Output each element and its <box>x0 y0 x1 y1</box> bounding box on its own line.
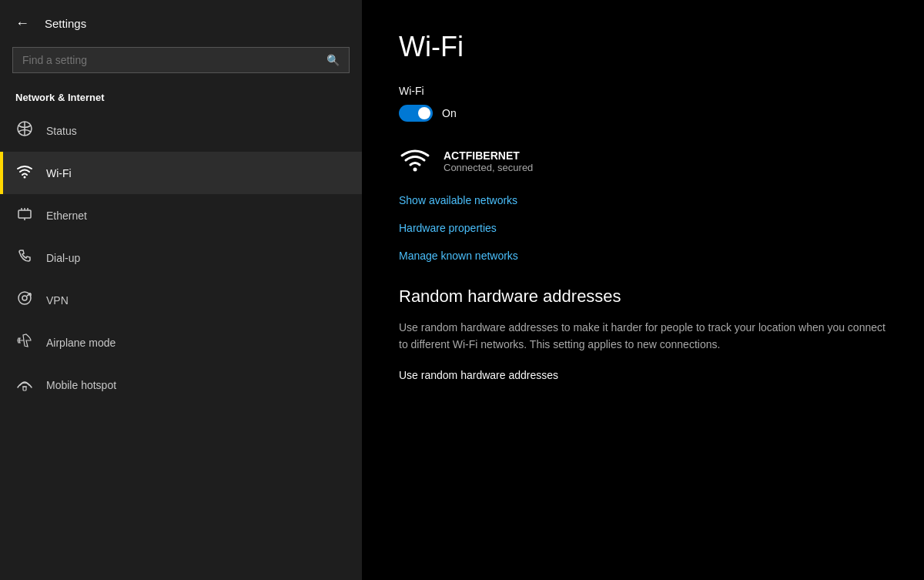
airplane-icon <box>15 332 34 353</box>
svg-rect-3 <box>18 210 31 218</box>
sidebar-item-label-vpn: VPN <box>46 294 69 307</box>
hardware-properties-link[interactable]: Hardware properties <box>399 222 887 234</box>
dialup-icon <box>15 247 34 268</box>
back-icon: ← <box>15 15 29 32</box>
section-label: Network & Internet <box>0 85 362 109</box>
toggle-label: Wi-Fi <box>399 85 887 97</box>
main-content: Wi-Fi Wi-Fi On ACTFIBERNET Connected, se… <box>362 0 924 580</box>
network-details: ACTFIBERNET Connected, secured <box>444 149 533 173</box>
network-info: ACTFIBERNET Connected, secured <box>399 143 887 179</box>
sidebar-item-status[interactable]: Status <box>0 109 362 152</box>
ethernet-icon <box>15 205 34 226</box>
wifi-toggle-section: Wi-Fi On <box>399 85 887 122</box>
sidebar-item-label-airplane: Airplane mode <box>46 337 116 349</box>
sidebar-item-wifi[interactable]: Wi-Fi <box>0 152 362 194</box>
sidebar-item-dialup[interactable]: Dial-up <box>0 236 362 279</box>
sidebar-item-label-ethernet: Ethernet <box>46 210 87 222</box>
network-status: Connected, secured <box>444 162 533 173</box>
search-icon: 🔍 <box>326 54 340 66</box>
status-icon <box>15 120 34 141</box>
random-hw-title: Random hardware addresses <box>399 287 887 307</box>
wifi-icon <box>15 163 34 183</box>
sidebar-item-vpn[interactable]: VPN <box>0 279 362 321</box>
show-available-networks-link[interactable]: Show available networks <box>399 194 887 206</box>
sidebar-item-airplane[interactable]: Airplane mode <box>0 321 362 364</box>
sidebar-title: Settings <box>45 17 86 30</box>
sidebar-item-label-dialup: Dial-up <box>46 252 80 264</box>
search-box[interactable]: 🔍 <box>12 47 350 73</box>
svg-point-15 <box>413 168 417 172</box>
sidebar-item-hotspot[interactable]: Mobile hotspot <box>0 364 362 406</box>
sidebar-item-label-wifi: Wi-Fi <box>46 167 72 179</box>
svg-point-9 <box>22 296 27 300</box>
sidebar-item-label-hotspot: Mobile hotspot <box>46 379 116 391</box>
toggle-state: On <box>442 107 457 119</box>
manage-known-networks-link[interactable]: Manage known networks <box>399 250 887 262</box>
sidebar-item-ethernet[interactable]: Ethernet <box>0 194 362 236</box>
wifi-signal-icon <box>399 143 431 179</box>
network-name: ACTFIBERNET <box>444 149 533 162</box>
toggle-row: On <box>399 105 887 122</box>
random-hw-setting-label: Use random hardware addresses <box>399 369 887 381</box>
wifi-toggle[interactable] <box>399 105 433 122</box>
search-input[interactable] <box>22 54 320 66</box>
hotspot-icon <box>15 374 34 395</box>
page-title: Wi-Fi <box>399 31 887 63</box>
svg-rect-13 <box>23 387 26 391</box>
vpn-icon <box>15 290 34 310</box>
sidebar: ← Settings 🔍 Network & Internet Status <box>0 0 362 580</box>
random-hw-description: Use random hardware addresses to make it… <box>399 319 887 354</box>
sidebar-item-label-status: Status <box>46 125 77 137</box>
back-button[interactable]: ← <box>12 12 32 35</box>
sidebar-header: ← Settings <box>0 0 362 44</box>
svg-point-2 <box>24 176 26 179</box>
